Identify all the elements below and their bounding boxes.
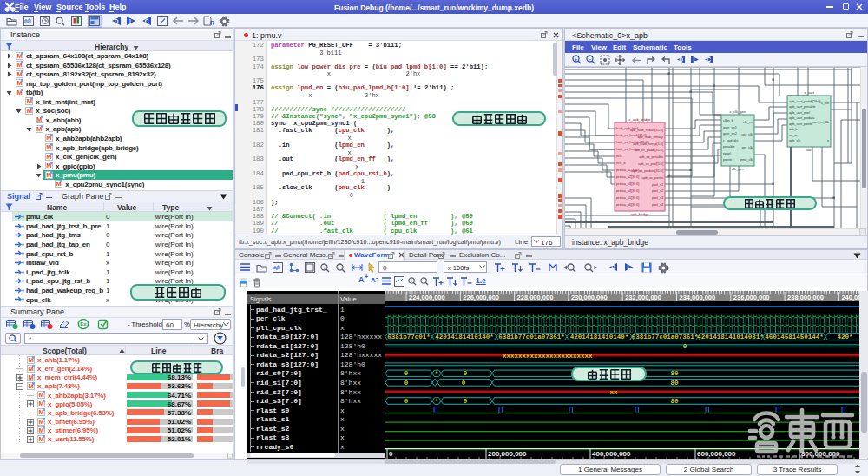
svg-text:ppsel: ppsel xyxy=(723,152,731,155)
svg-text:penable: penable xyxy=(723,145,735,149)
svg-text:6381b77c01*: 6381b77c01* xyxy=(387,334,431,340)
svg-text:0: 0 xyxy=(404,370,409,377)
svg-text:+: + xyxy=(410,278,412,283)
svg-text:xx: xx xyxy=(609,389,618,396)
svg-text:apb_xx_pwdata[31:0]: apb_xx_pwdata[31:0] xyxy=(632,169,663,173)
svg-text:C: C xyxy=(707,56,711,63)
svg-text:+: + xyxy=(575,56,578,62)
svg-text:prdata_s2[31:0]: prdata_s2[31:0] xyxy=(616,175,639,179)
svg-text:x_clk_gen: x_clk_gen xyxy=(730,109,747,114)
svg-text:clk_gen: clk_gen xyxy=(732,167,745,171)
svg-text:an_in: an_in xyxy=(789,134,797,137)
svg-text:C: C xyxy=(145,18,149,24)
svg-text:apb_xx_psel[5:0]: apb_xx_psel[5:0] xyxy=(638,162,663,166)
svg-text:apb_xx_penable: apb_xx_penable xyxy=(639,155,663,159)
svg-text:230,000,000: 230,000,000 xyxy=(571,294,608,301)
svg-text:clk_en: clk_en xyxy=(743,121,753,124)
svg-text:80: 80 xyxy=(670,370,679,377)
svg-text:240,000,000: 240,000,000 xyxy=(841,294,859,301)
svg-text:psel_s1: psel_s1 xyxy=(652,183,663,187)
svg-text:0: 0 xyxy=(464,370,468,377)
svg-text:D: D xyxy=(115,18,119,24)
svg-text:c_pad_dis: c_pad_dis xyxy=(723,139,738,142)
svg-text:400,000,000: 400,000,000 xyxy=(592,450,631,458)
svg-text:238,000,000: 238,000,000 xyxy=(787,294,824,301)
svg-text:0: 0 xyxy=(404,398,409,405)
svg-text:0: 0 xyxy=(462,380,466,387)
svg-text:apb_hadt_hrdata[31:0]: apb_hadt_hrdata[31:0] xyxy=(630,129,663,132)
svg-text:4201418141014081*: 4201418141014081* xyxy=(697,334,764,340)
svg-text:hclk: hclk xyxy=(616,155,622,158)
svg-text:apb_clk: apb_clk xyxy=(789,139,800,142)
svg-text:uart: uart xyxy=(806,148,812,152)
svg-text:apb_uart_pwdata: apb_uart_pwdata xyxy=(789,116,815,120)
svg-text:psel_s3: psel_s3 xyxy=(652,196,663,200)
svg-text:clkin_b: clkin_b xyxy=(723,119,733,122)
svg-text:–: – xyxy=(423,278,425,283)
svg-text:224,000,000: 224,000,000 xyxy=(409,294,445,301)
svg-text:s_out: s_out xyxy=(821,102,830,105)
svg-text:42014181410140*: 42014181410140* xyxy=(435,334,494,340)
svg-text:apb_uart_psel: apb_uart_psel xyxy=(789,111,810,115)
svg-text:apb_xx_pwrite: apb_xx_pwrite xyxy=(642,176,663,180)
svg-text:per_clk: per_clk xyxy=(742,146,753,149)
svg-text:6381b77c01a07361*: 6381b77c01a07361* xyxy=(498,334,565,340)
svg-text:apb_hadt_hresp[1:0]: apb_hadt_hresp[1:0] xyxy=(633,142,663,146)
svg-text:–: – xyxy=(589,56,592,62)
svg-text:600,000,000: 600,000,000 xyxy=(697,450,736,458)
svg-text:0: 0 xyxy=(464,398,468,405)
svg-text:228,000,000: 228,000,000 xyxy=(517,294,554,301)
svg-text:gate_en1: gate_en1 xyxy=(723,126,737,129)
svg-text:80: 80 xyxy=(670,398,679,405)
svg-text:apb_hadt_hready: apb_hadt_hready xyxy=(637,136,663,139)
svg-text:psel_s2: psel_s2 xyxy=(652,189,663,193)
svg-text:46014581450144*: 46014581450144* xyxy=(765,334,824,340)
svg-text:x_uart: x_uart xyxy=(804,90,814,95)
svg-text:200,000,000: 200,000,000 xyxy=(488,450,527,458)
svg-text:apb_uart_paddr[29:0]: apb_uart_paddr[29:0] xyxy=(789,100,820,103)
svg-text:420*: 420* xyxy=(837,334,852,340)
svg-text:prdata_s4[31:0]: prdata_s4[31:0] xyxy=(616,189,639,193)
svg-text:6381b77c01a07361*: 6381b77c01a07361* xyxy=(632,334,699,340)
svg-text:x_apb_bridge: x_apb_bridge xyxy=(628,117,651,122)
svg-text:0: 0 xyxy=(389,450,393,458)
svg-text:80: 80 xyxy=(670,380,679,387)
svg-text:L: L xyxy=(694,56,697,63)
svg-text:apb_uart_penable: apb_uart_penable xyxy=(789,105,816,109)
svg-text:236,000,000: 236,000,000 xyxy=(733,294,770,301)
svg-text:pmu_clk: pmu_clk xyxy=(740,158,753,162)
svg-text:42014181410140*: 42014181410140* xyxy=(570,334,629,340)
svg-text:x: x xyxy=(827,139,829,142)
svg-text:pwrite: pwrite xyxy=(723,158,732,162)
svg-text:prdata_s6[31:0]: prdata_s6[31:0] xyxy=(616,203,639,207)
svg-text:psel_s4: psel_s4 xyxy=(652,203,663,207)
svg-text:L: L xyxy=(628,264,631,270)
svg-text:hrst_b: hrst_b xyxy=(616,162,626,165)
svg-text:apb_xx_paddr[31:0]: apb_xx_paddr[31:0] xyxy=(634,149,663,152)
svg-text:xxxxxxxxxxxxxxxxxxxxxxx: xxxxxxxxxxxxxxxxxxxxxxx xyxy=(503,353,593,360)
svg-text:*: * xyxy=(435,398,439,405)
svg-text:R: R xyxy=(210,20,214,26)
svg-text:0: 0 xyxy=(683,343,687,350)
svg-text:gate_en2: gate_en2 xyxy=(723,132,737,136)
svg-text:232,000,000: 232,000,000 xyxy=(625,294,661,301)
svg-text:D: D xyxy=(611,264,615,270)
svg-text:+: + xyxy=(323,265,326,270)
svg-text:uart_int_3b: uart_int_3b xyxy=(812,121,829,124)
svg-text:*: * xyxy=(435,370,439,377)
svg-text:prdata_s3[31:0]: prdata_s3[31:0] xyxy=(616,182,639,186)
svg-text:arb_b: arb_b xyxy=(789,128,798,131)
svg-text:0: 0 xyxy=(404,380,409,387)
svg-text:apb_bridge: apb_bridge xyxy=(631,212,650,216)
svg-text:cpu_clk: cpu_clk xyxy=(741,133,753,136)
svg-text:prdata_s5[31:0]: prdata_s5[31:0] xyxy=(616,196,639,200)
svg-text:Ex: Ex xyxy=(80,321,87,327)
svg-text:226,000,000: 226,000,000 xyxy=(463,294,499,301)
svg-text:–: – xyxy=(339,265,342,270)
svg-text:234,000,000: 234,000,000 xyxy=(680,294,716,301)
svg-text:apb_uart_pwrite: apb_uart_pwrite xyxy=(789,122,812,126)
svg-text:L: L xyxy=(129,18,133,24)
svg-text:D: D xyxy=(679,56,683,63)
